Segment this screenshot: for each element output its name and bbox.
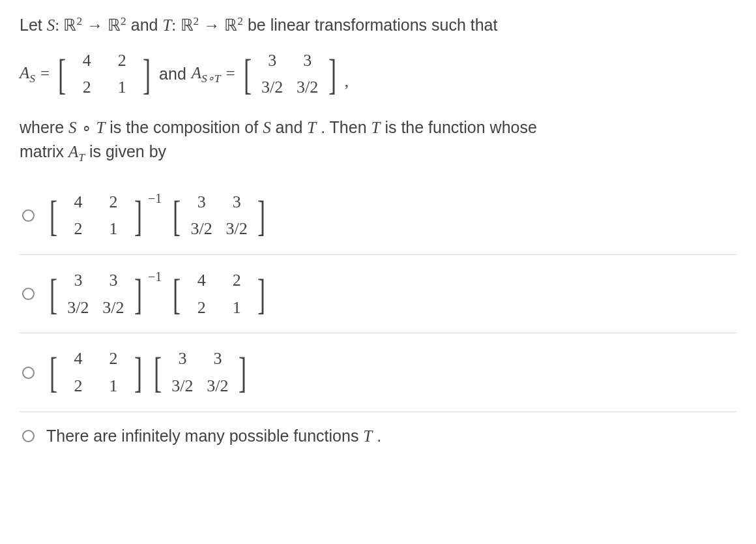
radio-icon[interactable]	[22, 367, 35, 379]
var-S-2: S	[68, 119, 77, 136]
matrix-cell: 1	[96, 215, 131, 243]
radio-icon[interactable]	[22, 209, 35, 222]
A-T-A: A	[68, 143, 78, 160]
arrow-1: →	[87, 16, 103, 34]
colon1: :	[55, 16, 63, 34]
set-R-2: ℝ	[108, 16, 121, 34]
set-R-4: ℝ	[224, 16, 237, 34]
text-intro-suffix: be linear transformations such that	[248, 16, 498, 34]
text-where: where	[20, 118, 68, 136]
bracket-open-icon: [	[244, 55, 252, 93]
var-T-opt-d: T	[363, 427, 372, 445]
bracket-close-icon: ]	[257, 275, 265, 313]
matrix-AST: [ 3 3/2 3 3/2 ]	[240, 47, 340, 101]
options-list: [ 4 2 2 1 ] −1 [ 3 3/2	[20, 183, 736, 460]
text-matrix: matrix	[20, 142, 68, 160]
matrix-cell: 2	[61, 372, 96, 400]
bracket-open-icon: [	[50, 353, 57, 391]
bracket-close-icon: ]	[134, 353, 142, 391]
matrix-cell: 3/2	[96, 294, 131, 322]
equation-row: AS = [ 4 2 2 1 ] and AS∘T = [ 3 3/2	[20, 47, 736, 101]
option-c[interactable]: [ 4 2 2 1 ] [ 3 3/2	[20, 333, 736, 412]
radio-icon[interactable]	[22, 430, 35, 442]
exp-2-4: 2	[237, 14, 243, 27]
set-R-3: ℝ	[181, 16, 194, 34]
bracket-open-icon: [	[173, 196, 181, 235]
bracket-close-icon: ]	[134, 196, 142, 235]
A-S-sub: S	[29, 72, 35, 85]
A-ST-A: A	[192, 64, 201, 82]
bracket-open-icon: [	[173, 275, 181, 313]
matrix-opt-b-left: [ 3 3/2 3 3/2 ]	[46, 267, 145, 321]
matrix-cell: 3/2	[184, 215, 219, 243]
bracket-close-icon: ]	[239, 353, 246, 391]
option-d-text: There are infinitely many possible funct…	[46, 424, 381, 448]
colon2: :	[171, 16, 180, 34]
text-let: Let	[20, 16, 47, 34]
matrix-opt-a-right: [ 3 3/2 3 3/2 ]	[169, 189, 269, 243]
bracket-close-icon: ]	[328, 55, 336, 93]
matrix-cell: 3	[184, 189, 219, 216]
var-S-3: S	[263, 119, 271, 136]
matrix-cell: 3/2	[255, 74, 290, 101]
matrix-cell: 2	[219, 267, 254, 294]
text-opt-d-prefix: There are infinitely many possible funct…	[46, 427, 363, 445]
matrix-cell: 2	[69, 74, 104, 101]
matrix-cell: 1	[96, 372, 131, 400]
matrix-AS: [ 4 2 2 1 ]	[55, 47, 154, 101]
matrix-opt-b-right: [ 4 2 2 1 ]	[169, 267, 269, 321]
set-R-1: ℝ	[63, 16, 76, 34]
text-where-mid2: and	[276, 118, 308, 136]
text-where-suffix: is the function whose	[385, 118, 536, 136]
question-matrix-line: matrix AT is given by	[20, 140, 736, 166]
matrix-cell: 3	[96, 267, 131, 294]
bracket-close-icon: ]	[143, 55, 151, 93]
matrix-cell: 3	[290, 47, 325, 74]
option-a[interactable]: [ 4 2 2 1 ] −1 [ 3 3/2	[20, 183, 736, 255]
matrix-cell: 3/2	[200, 372, 235, 400]
exp-2-3: 2	[194, 14, 199, 27]
arrow-2: →	[203, 16, 220, 34]
inverse-exponent: −1	[148, 267, 162, 286]
bracket-open-icon: [	[50, 275, 57, 313]
var-T-4: T	[371, 119, 381, 136]
A-ST-sub: S∘T	[201, 72, 220, 85]
text-where-mid1: is the composition of	[109, 118, 263, 136]
question-intro-line: Let S: ℝ2 → ℝ2 and T: ℝ2 → ℝ2 be linear …	[20, 13, 736, 38]
option-d[interactable]: There are infinitely many possible funct…	[20, 412, 736, 460]
exp-2-1: 2	[76, 14, 82, 27]
matrix-cell: 3	[165, 345, 200, 372]
bracket-open-icon: [	[58, 55, 66, 93]
compose-icon: ∘	[81, 119, 92, 136]
option-b[interactable]: [ 3 3/2 3 3/2 ] −1 [ 4 2	[20, 255, 736, 333]
matrix-opt-c-left: [ 4 2 2 1 ]	[46, 345, 145, 399]
A-S-A: A	[20, 64, 29, 82]
matrix-cell: 2	[61, 215, 96, 243]
matrix-cell: 3/2	[165, 372, 200, 400]
matrix-cell: 2	[184, 294, 219, 322]
bracket-close-icon: ]	[257, 196, 265, 235]
matrix-opt-c-right: [ 3 3/2 3 3/2 ]	[151, 345, 250, 399]
matrix-cell: 4	[69, 47, 104, 74]
var-T-2: T	[96, 119, 105, 136]
comma: ,	[345, 70, 349, 93]
matrix-cell: 3	[61, 267, 96, 294]
matrix-cell: 3	[219, 189, 254, 216]
matrix-cell: 4	[184, 267, 219, 294]
radio-icon[interactable]	[22, 288, 35, 300]
var-T-3: T	[307, 119, 316, 136]
var-S: S	[47, 16, 55, 34]
inverse-exponent: −1	[148, 189, 162, 208]
text-opt-d-period: .	[372, 427, 381, 445]
matrix-cell: 3	[200, 345, 235, 372]
matrix-cell: 3/2	[290, 74, 325, 101]
text-and-1: and	[131, 16, 163, 34]
matrix-cell: 1	[104, 74, 139, 101]
question-container: Let S: ℝ2 → ℝ2 and T: ℝ2 → ℝ2 be linear …	[0, 0, 756, 466]
var-T: T	[162, 16, 171, 34]
matrix-cell: 3/2	[61, 294, 96, 322]
text-and-mid: and	[159, 62, 186, 85]
matrix-cell: 4	[61, 345, 96, 372]
text-matrix-suffix: is given by	[89, 142, 166, 160]
matrix-cell: 3	[255, 47, 290, 74]
